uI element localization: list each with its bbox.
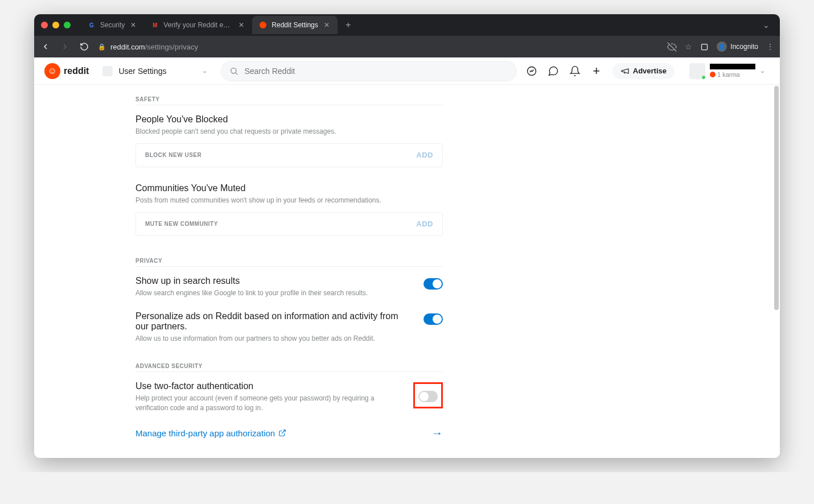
manage-apps-link[interactable]: Manage third-party app authorization: [135, 428, 286, 438]
section-heading-safety: SAFETY: [135, 90, 443, 105]
personalize-ads-toggle[interactable]: [424, 313, 443, 325]
extensions-icon[interactable]: [700, 43, 709, 51]
incognito-chip[interactable]: 👤 Incognito: [717, 42, 758, 52]
google-favicon: G: [88, 21, 96, 29]
ads-desc: Allow us to use information from our par…: [135, 334, 412, 344]
browser-window: G Security ✕ M Verify your Reddit email …: [34, 14, 780, 458]
advertise-label: Advertise: [633, 67, 667, 75]
blocked-title: People You've Blocked: [135, 114, 443, 125]
selector-label: User Settings: [118, 67, 166, 76]
reddit-logo[interactable]: ☺ reddit: [44, 63, 89, 79]
external-link-icon: [278, 429, 286, 437]
reddit-favicon: [259, 21, 267, 29]
user-avatar: [689, 63, 705, 79]
section-heading-advsec: ADVANCED SECURITY: [135, 357, 443, 372]
kebab-menu-icon[interactable]: ⋮: [766, 42, 774, 51]
maximize-window[interactable]: [64, 22, 71, 28]
snoo-icon: ☺: [44, 63, 60, 79]
svg-rect-0: [702, 44, 708, 49]
mute-placeholder: MUTE NEW COMMUNITY: [145, 221, 218, 227]
tab-reddit-settings[interactable]: Reddit Settings ✕: [252, 16, 337, 34]
online-indicator: [701, 75, 706, 80]
reddit-wordmark: reddit: [64, 66, 89, 76]
notifications-icon[interactable]: [569, 65, 581, 77]
twofa-desc: Help protect your account (even if someo…: [135, 394, 402, 413]
tab-security[interactable]: G Security ✕: [81, 16, 144, 34]
close-window[interactable]: [41, 22, 48, 28]
muted-title: Communities You've Muted: [135, 183, 443, 193]
twofa-highlight: [413, 382, 443, 408]
muted-communities-row: Communities You've Muted Posts from mute…: [135, 183, 443, 236]
search-results-toggle[interactable]: [424, 278, 443, 290]
manage-apps-text: Manage third-party app authorization: [135, 428, 275, 438]
close-tab-icon[interactable]: ✕: [323, 21, 331, 29]
block-add-button[interactable]: ADD: [416, 151, 433, 159]
reddit-search[interactable]: [221, 61, 516, 81]
settings-content: SAFETY People You've Blocked Blocked peo…: [34, 85, 780, 458]
blocked-desc: Blocked people can't send you chat reque…: [135, 127, 443, 137]
manage-apps-row: Manage third-party app authorization →: [135, 427, 443, 440]
back-button[interactable]: [40, 41, 51, 52]
bookmark-star-icon[interactable]: ☆: [685, 42, 692, 51]
muted-desc: Posts from muted communities won't show …: [135, 196, 443, 205]
reddit-header: ☺ reddit User Settings ⌄ + Advertise: [34, 57, 780, 85]
tab-gmail[interactable]: M Verify your Reddit email addre ✕: [144, 16, 252, 34]
search-input[interactable]: [244, 67, 508, 76]
search-icon: [229, 67, 239, 76]
mute-community-input[interactable]: MUTE NEW COMMUNITY ADD: [135, 212, 443, 236]
tab-strip: G Security ✕ M Verify your Reddit email …: [81, 14, 356, 36]
scrollbar[interactable]: [774, 86, 779, 310]
search-desc: Allow search engines like Google to link…: [135, 288, 412, 298]
ads-title: Personalize ads on Reddit based on infor…: [135, 311, 412, 332]
selector-avatar: [102, 66, 113, 76]
lock-icon: 🔒: [98, 43, 106, 51]
username-redacted: [710, 64, 755, 69]
karma-icon: [710, 72, 716, 77]
blocked-users-row: People You've Blocked Blocked people can…: [135, 114, 443, 167]
url-domain: reddit.com: [110, 43, 145, 51]
eye-off-icon[interactable]: [667, 42, 677, 52]
twofa-title: Use two-factor authentication: [135, 381, 402, 391]
new-tab-button[interactable]: +: [341, 18, 356, 32]
window-controls: [41, 22, 71, 28]
karma-text: 1 karma: [717, 71, 740, 78]
url-path: /settings/privacy: [145, 43, 198, 51]
titlebar: G Security ✕ M Verify your Reddit email …: [34, 14, 780, 36]
search-results-row: Show up in search results Allow search e…: [135, 276, 443, 298]
svg-point-1: [231, 68, 236, 73]
forward-button[interactable]: [59, 41, 71, 52]
personalize-ads-row: Personalize ads on Reddit based on infor…: [135, 311, 443, 344]
chevron-down-icon: ⌄: [202, 67, 207, 75]
header-icons: + Advertise 1 karma ⌄: [526, 61, 770, 81]
address-bar: 🔒 reddit.com/settings/privacy ☆ 👤 Incogn…: [34, 36, 780, 57]
popular-icon[interactable]: [526, 65, 537, 77]
advertise-button[interactable]: Advertise: [612, 63, 675, 79]
megaphone-icon: [620, 67, 630, 76]
toolbar-right: ☆ 👤 Incognito ⋮: [667, 42, 774, 52]
block-user-input[interactable]: BLOCK NEW USER ADD: [135, 143, 443, 167]
page: ☺ reddit User Settings ⌄ + Advertise: [34, 57, 780, 458]
tab-label: Security: [100, 21, 125, 29]
reload-button[interactable]: [79, 41, 90, 52]
url-field[interactable]: 🔒 reddit.com/settings/privacy: [98, 43, 659, 51]
section-heading-privacy: PRIVACY: [135, 252, 443, 267]
mute-add-button[interactable]: ADD: [416, 220, 433, 228]
create-post-icon[interactable]: +: [591, 65, 602, 77]
chat-icon[interactable]: [548, 65, 559, 77]
karma-row: 1 karma: [710, 71, 755, 78]
tab-label: Reddit Settings: [272, 21, 318, 29]
arrow-right-icon[interactable]: →: [431, 427, 443, 440]
incognito-label: Incognito: [730, 43, 758, 51]
twofa-row: Use two-factor authentication Help prote…: [135, 381, 443, 413]
close-tab-icon[interactable]: ✕: [237, 21, 245, 29]
twofa-toggle[interactable]: [418, 391, 438, 402]
close-tab-icon[interactable]: ✕: [129, 21, 137, 29]
incognito-icon: 👤: [717, 42, 727, 52]
community-selector[interactable]: User Settings ⌄: [98, 64, 212, 79]
user-menu[interactable]: 1 karma ⌄: [685, 61, 770, 81]
minimize-window[interactable]: [52, 22, 59, 28]
tabs-dropdown-icon[interactable]: ⌄: [759, 20, 773, 30]
search-title: Show up in search results: [135, 276, 412, 286]
tab-label: Verify your Reddit email addre: [163, 21, 233, 29]
block-placeholder: BLOCK NEW USER: [145, 152, 202, 158]
